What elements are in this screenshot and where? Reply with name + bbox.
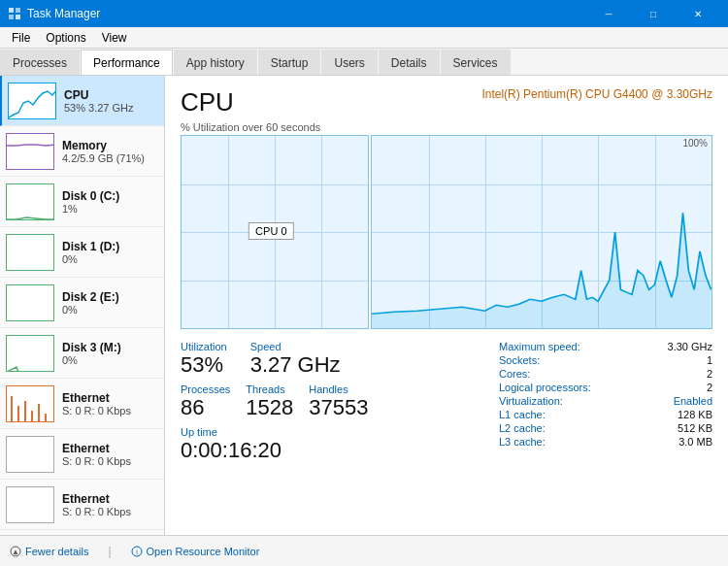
speed-stat: Speed 3.27 GHz [250,341,341,378]
sidebar-item-memory[interactable]: Memory 4.2/5.9 GB (71%) [0,126,164,177]
graph-area: CPU 0 100% [181,135,712,329]
mem-mini-graph [6,133,54,170]
handles-label: Handles [309,383,368,395]
sidebar-item-eth1[interactable]: Ethernet S: 0 R: 0 Kbps [0,379,164,429]
cpu-line-svg [372,136,711,328]
eth2-value: S: 0 R: 0 Kbps [62,455,158,467]
eth3-label: Ethernet [62,492,158,506]
cpu-mini-graph [8,83,56,119]
logical-val: 2 [707,382,712,393]
sidebar-item-cpu[interactable]: CPU 53% 3.27 GHz [0,76,164,126]
bottom-bar: ▲ Fewer details | i Open Resource Monito… [0,535,728,566]
uptime-label: Up time [181,426,499,438]
disk1-label: Disk 1 (D:) [62,240,158,253]
svg-text:▲: ▲ [12,548,19,556]
disk0-value: 1% [62,203,158,215]
disk0-info: Disk 0 (C:) 1% [62,189,158,215]
svg-marker-10 [372,213,711,328]
disk3-mini-graph [6,335,54,372]
sockets-val: 1 [707,354,712,366]
tab-app-history[interactable]: App history [174,50,257,75]
cores-key: Cores: [499,368,615,380]
processes-label: Processes [181,383,230,395]
disk0-mini-graph [6,183,54,220]
disk3-label: Disk 3 (M:) [62,341,158,354]
info-logical: Logical processors: 2 [499,382,712,393]
minimize-button[interactable]: ─ [586,0,631,27]
disk2-value: 0% [62,304,158,316]
svg-rect-0 [9,8,14,13]
info-max-speed: Maximum speed: 3.30 GHz [499,341,712,352]
utilization-label: Utilization [181,341,227,352]
maximize-button[interactable]: □ [631,0,676,27]
svg-text:i: i [136,549,138,555]
close-button[interactable]: ✕ [676,0,720,27]
stats-right: Maximum speed: 3.30 GHz Sockets: 1 Cores… [499,341,712,463]
open-resource-monitor-button[interactable]: i Open Resource Monitor [131,546,260,557]
eth1-value: S: 0 R: 0 Kbps [62,405,158,416]
window-title: Task Manager [27,7,586,20]
max-speed-key: Maximum speed: [499,341,615,352]
mem-label: Memory [62,139,158,152]
detail-title: CPU [181,87,234,117]
disk2-mini-graph [6,284,54,321]
virt-key: Virtualization: [499,395,615,407]
tab-details[interactable]: Details [379,50,440,75]
bottom-separator: | [108,545,111,558]
sockets-key: Sockets: [499,354,615,366]
resource-monitor-icon: i [131,546,143,557]
sidebar-item-eth3[interactable]: Ethernet S: 0 R: 0 Kbps [0,480,164,530]
uptime-stat: Up time 0:00:16:20 [181,426,499,463]
processes-stat: Processes 86 [181,383,230,420]
cores-val: 2 [707,368,712,380]
info-l1: L1 cache: 128 KB [499,409,712,420]
grid-v1 [228,136,229,328]
speed-label: Speed [250,341,341,352]
sidebar-item-disk1[interactable]: Disk 1 (D:) 0% [0,227,164,278]
svg-rect-3 [16,15,20,19]
sidebar-item-disk0[interactable]: Disk 0 (C:) 1% [0,177,164,227]
disk2-info: Disk 2 (E:) 0% [62,290,158,316]
utilization-value: 53% [181,352,227,378]
sidebar-item-eth2[interactable]: Ethernet S: 0 R: 0 Kbps [0,429,164,480]
tab-users[interactable]: Users [321,50,377,75]
handles-value: 37553 [309,395,368,420]
stats-left: Utilization 53% Speed 3.27 GHz Processes… [181,341,499,463]
disk2-label: Disk 2 (E:) [62,290,158,304]
menu-options[interactable]: Options [38,29,93,47]
eth2-label: Ethernet [62,442,158,455]
grid-v3 [321,136,322,328]
tab-processes[interactable]: Processes [0,50,80,75]
info-sockets: Sockets: 1 [499,354,712,366]
svg-rect-2 [9,15,14,19]
logical-key: Logical processors: [499,382,615,393]
tab-performance[interactable]: Performance [81,50,173,75]
l1-val: 128 KB [678,409,712,420]
l2-key: L2 cache: [499,422,615,434]
tabs-bar: Processes Performance App history Startu… [0,49,728,76]
uptime-value: 0:00:16:20 [181,438,499,463]
disk3-value: 0% [62,354,158,366]
sidebar-item-disk2[interactable]: Disk 2 (E:) 0% [0,278,164,328]
speed-value: 3.27 GHz [250,352,341,378]
stats-row-2: Processes 86 Threads 1528 Handles 37553 [181,383,499,420]
info-cores: Cores: 2 [499,368,712,380]
sidebar: CPU 53% 3.27 GHz Memory 4.2/5.9 GB (71%) [0,76,165,535]
fewer-details-button[interactable]: ▲ Fewer details [10,546,88,557]
menu-view[interactable]: View [94,29,135,47]
threads-label: Threads [246,383,293,395]
cpu-tooltip: CPU 0 [248,222,293,240]
disk3-info: Disk 3 (M:) 0% [62,341,158,366]
menu-file[interactable]: File [4,29,38,47]
disk1-value: 0% [62,253,158,265]
eth2-info: Ethernet S: 0 R: 0 Kbps [62,442,158,467]
tab-startup[interactable]: Startup [258,50,321,75]
detail-panel: CPU Intel(R) Pentium(R) CPU G4400 @ 3.30… [165,76,728,535]
cpu-graph-right: 100% [371,135,712,329]
tab-services[interactable]: Services [441,50,511,75]
info-virt: Virtualization: Enabled [499,395,712,407]
window-controls: ─ □ ✕ [586,0,720,27]
l2-val: 512 KB [678,422,712,434]
sidebar-item-disk3[interactable]: Disk 3 (M:) 0% [0,328,164,379]
eth3-value: S: 0 R: 0 Kbps [62,506,158,517]
